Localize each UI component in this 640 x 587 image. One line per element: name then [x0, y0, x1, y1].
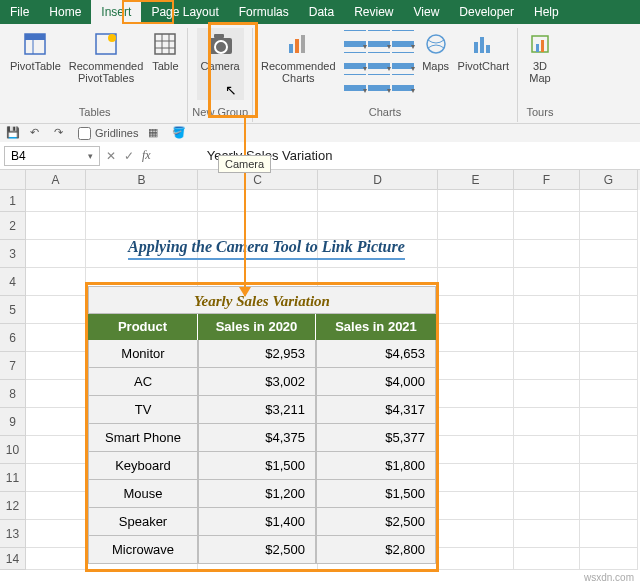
formula-controls: ✕ ✓ fx	[106, 148, 151, 163]
chart-gallery	[340, 28, 418, 96]
enter-icon[interactable]: ✓	[124, 149, 134, 163]
pivot-table-button[interactable]: PivotTable	[6, 28, 65, 100]
row-header[interactable]: 5	[0, 296, 26, 324]
recommended-charts-icon	[284, 30, 312, 58]
svg-rect-11	[295, 39, 299, 53]
formula-bar: B4 ✕ ✓ fx Yearly Sales Variation	[0, 142, 640, 170]
surface-chart-button[interactable]	[344, 74, 366, 92]
col-header-a[interactable]: A	[26, 170, 86, 190]
pivot-chart-button[interactable]: PivotChart	[454, 28, 513, 100]
fill-color-icon[interactable]: 🪣	[172, 126, 186, 140]
menu-review[interactable]: Review	[344, 0, 403, 24]
borders-icon[interactable]: ▦	[148, 126, 162, 140]
table-button[interactable]: Table	[147, 28, 183, 100]
maps-button[interactable]: Maps	[418, 28, 454, 100]
menu-home[interactable]: Home	[39, 0, 91, 24]
column-chart-button[interactable]	[344, 30, 366, 48]
ribbon-group-charts: Recommended Charts Maps PivotChart	[253, 28, 518, 122]
menu-insert[interactable]: Insert	[91, 0, 141, 24]
recommended-pivot-button[interactable]: Recommended PivotTables	[65, 28, 148, 100]
menu-developer[interactable]: Developer	[449, 0, 524, 24]
svg-rect-10	[289, 44, 293, 53]
menu-file[interactable]: File	[0, 0, 39, 24]
row-header[interactable]: 9	[0, 408, 26, 436]
col-header-d[interactable]: D	[318, 170, 438, 190]
pie-chart-button[interactable]	[392, 30, 414, 48]
ribbon-group-tables: PivotTable Recommended PivotTables Table…	[2, 28, 188, 122]
cancel-icon[interactable]: ✕	[106, 149, 116, 163]
row-header[interactable]: 4	[0, 268, 26, 296]
mouse-cursor-icon: ↖	[225, 82, 237, 98]
maps-icon	[422, 30, 450, 58]
svg-point-13	[427, 35, 445, 53]
gridlines-toggle[interactable]: Gridlines	[78, 127, 138, 140]
menu-help[interactable]: Help	[524, 0, 569, 24]
callout-connector	[244, 118, 246, 296]
page-title: Applying the Camera Tool to Link Picture	[128, 238, 405, 260]
ribbon-group-tours: 3D Map Tours	[518, 28, 562, 122]
camera-tooltip: Camera	[218, 155, 271, 173]
treemap-chart-button[interactable]	[344, 52, 366, 70]
name-box[interactable]: B4	[4, 146, 100, 166]
3d-map-button[interactable]: 3D Map	[522, 28, 558, 100]
recommended-pivot-icon	[92, 30, 120, 58]
gridlines-checkbox[interactable]	[78, 127, 91, 140]
waterfall-chart-button[interactable]	[392, 74, 414, 92]
svg-rect-16	[486, 45, 490, 53]
svg-rect-12	[301, 35, 305, 53]
row-headers: 1 2 3 4 5 6 7 8 9 10 11 12 13 14	[0, 190, 26, 570]
column-headers: A B C D E F G	[0, 170, 640, 190]
row-header[interactable]: 12	[0, 492, 26, 520]
row-header[interactable]: 1	[0, 190, 26, 212]
camera-icon	[206, 30, 234, 58]
svg-rect-5	[155, 34, 175, 54]
col-header-g[interactable]: G	[580, 170, 638, 190]
row-header[interactable]: 13	[0, 520, 26, 548]
row-header[interactable]: 14	[0, 548, 26, 570]
row-header[interactable]: 3	[0, 240, 26, 268]
row-header[interactable]: 7	[0, 352, 26, 380]
menu-formulas[interactable]: Formulas	[229, 0, 299, 24]
svg-rect-19	[541, 40, 544, 52]
line-chart-button[interactable]	[368, 30, 390, 48]
menu-data[interactable]: Data	[299, 0, 344, 24]
hist-chart-button[interactable]	[368, 52, 390, 70]
row-header[interactable]: 10	[0, 436, 26, 464]
redo-icon[interactable]: ↷	[54, 126, 68, 140]
ribbon: PivotTable Recommended PivotTables Table…	[0, 24, 640, 124]
save-icon[interactable]: 💾	[6, 126, 20, 140]
combo-chart-button[interactable]	[368, 74, 390, 92]
3d-map-icon	[526, 30, 554, 58]
col-header-e[interactable]: E	[438, 170, 514, 190]
pivot-chart-icon	[469, 30, 497, 58]
scatter-chart-button[interactable]	[392, 52, 414, 70]
col-header-b[interactable]: B	[86, 170, 198, 190]
recommended-charts-button[interactable]: Recommended Charts	[257, 28, 340, 100]
quick-access-row: 💾 ↶ ↷ Gridlines ▦ 🪣	[0, 124, 640, 142]
worksheet-grid[interactable]: A B C D E F G 1 2 3 4 5 6 7 8 9 10 11 12…	[0, 170, 640, 587]
menu-view[interactable]: View	[404, 0, 450, 24]
svg-rect-1	[25, 34, 45, 40]
row-header[interactable]: 8	[0, 380, 26, 408]
menu-page-layout[interactable]: Page Layout	[141, 0, 228, 24]
svg-rect-15	[480, 37, 484, 53]
row-header[interactable]: 11	[0, 464, 26, 492]
undo-icon[interactable]: ↶	[30, 126, 44, 140]
svg-rect-17	[532, 36, 548, 52]
selection-border	[85, 282, 439, 572]
col-header-f[interactable]: F	[514, 170, 580, 190]
table-icon	[151, 30, 179, 58]
svg-rect-14	[474, 42, 478, 53]
fx-icon[interactable]: fx	[142, 148, 151, 163]
menu-bar: File Home Insert Page Layout Formulas Da…	[0, 0, 640, 24]
row-header[interactable]: 6	[0, 324, 26, 352]
pivot-table-icon	[21, 30, 49, 58]
select-all-corner[interactable]	[0, 170, 26, 190]
svg-rect-18	[536, 44, 539, 52]
svg-point-4	[108, 34, 116, 42]
row-header[interactable]: 2	[0, 212, 26, 240]
watermark: wsxdn.com	[584, 572, 634, 583]
ribbon-group-new: Camera New Group	[188, 28, 253, 122]
col-header-c[interactable]: C	[198, 170, 318, 190]
